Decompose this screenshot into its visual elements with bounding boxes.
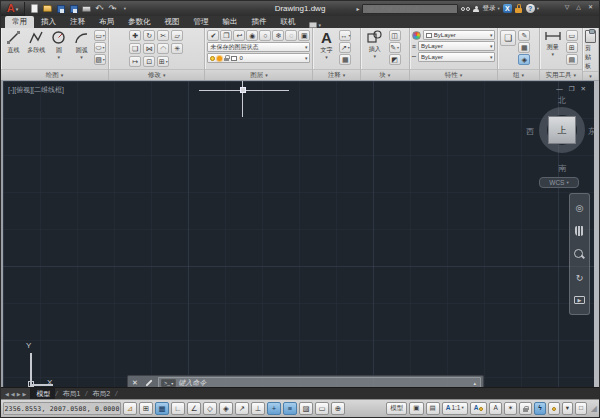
polyline-button[interactable]: 多段线 (26, 30, 47, 55)
stay-connected-lock-icon[interactable] (515, 4, 523, 13)
insert-block-button[interactable]: 插入 ▾ (363, 30, 387, 59)
toggle-selection-cycling[interactable]: ⊕ (331, 402, 345, 415)
create-block-tool[interactable]: ◫ (389, 30, 401, 41)
sign-in-link[interactable]: 登录 (482, 4, 495, 13)
modify-tool-copy[interactable]: ❏ (129, 43, 141, 54)
toggle-quick-properties[interactable]: ▭ (315, 402, 329, 415)
toggle-object-snap-tracking[interactable]: ↗ (235, 402, 249, 415)
pan-hand-icon[interactable] (575, 226, 584, 236)
modify-tool-erase[interactable]: ▱ (171, 30, 183, 41)
auto-annotation-scale-button[interactable]: A (489, 402, 501, 415)
open-button[interactable] (42, 3, 53, 14)
modify-tool-scale[interactable]: ⊡ (143, 56, 155, 67)
close-button[interactable]: ✕ (588, 3, 593, 10)
quick-view-drawings-button[interactable]: ▤ (426, 402, 440, 415)
toggle-polar-tracking[interactable]: ∠ (187, 402, 201, 415)
tab-annotate[interactable]: 注释 (63, 16, 92, 28)
toggle-ortho-mode[interactable]: ∟ (171, 402, 185, 415)
viewcube-top-face[interactable]: 上 (548, 116, 576, 144)
modify-tool-array[interactable]: ⊞▾ (157, 56, 169, 67)
toggle-show-transparency[interactable]: ▨ (299, 402, 313, 415)
last-tab-button[interactable]: ▶ (23, 391, 27, 397)
toggle-dynamic-ucs[interactable]: ⊥ (251, 402, 265, 415)
table-tool[interactable]: ▦ (339, 54, 351, 65)
panel-label-clipboard[interactable]: ▾ (583, 71, 598, 80)
layer-tool-off[interactable]: ◌ (285, 30, 297, 41)
modify-tool-rotate[interactable]: ↻ (143, 30, 155, 41)
group-edit-tool[interactable]: ✎ (518, 30, 530, 41)
toggle-show-lineweight[interactable]: ≡ (283, 402, 297, 415)
toggle-dynamic-input[interactable]: + (267, 402, 281, 415)
annotation-scale-button[interactable]: A 1:1 ▾ (442, 402, 468, 415)
quick-select-tool[interactable]: ▭ (566, 30, 578, 41)
panel-label-annotation[interactable]: 注释▾ (313, 69, 359, 80)
wcs-dropdown[interactable]: WCS ▾ (539, 177, 579, 188)
modify-tool-fillet[interactable]: ◠ (157, 43, 169, 54)
steering-wheel-icon[interactable]: ◎ (576, 204, 584, 213)
viewcube-west[interactable]: 西 (526, 126, 534, 137)
performance-tuner-button[interactable]: ϟ (534, 402, 545, 415)
first-tab-button[interactable]: ◀ (5, 391, 9, 397)
clean-screen-button[interactable]: □ (575, 402, 587, 415)
workspace-switching-button[interactable]: ✶ (504, 402, 517, 415)
tab-model[interactable]: 模型 (31, 388, 55, 399)
command-customize-wrench-icon[interactable] (145, 379, 152, 386)
tab-online[interactable]: 联机 (274, 16, 303, 28)
redo-button[interactable]: ↷▾ (107, 3, 118, 14)
panel-label-modify[interactable]: 修改▾ (109, 69, 204, 80)
model-space-button[interactable]: 模型 (386, 402, 407, 415)
modify-tool-mirror[interactable]: ⋈ (143, 43, 155, 54)
application-menu-button[interactable]: A ▾ (1, 2, 25, 16)
viewcube-north[interactable]: 北 (558, 95, 566, 106)
group-button[interactable]: ❏ (500, 30, 516, 46)
circle-button[interactable]: 圆 ▾ (49, 30, 70, 60)
command-prompt-icon[interactable]: >_▾ (161, 379, 176, 387)
orbit-icon[interactable]: ↻ (576, 274, 584, 283)
command-line[interactable]: ✕ >_▾ 键入命令 ▴ (127, 375, 484, 387)
toggle-grid-display[interactable]: ▦ (155, 402, 169, 415)
minimize-button[interactable]: ▽ (565, 3, 570, 10)
block-editor-tool[interactable]: ◩ (389, 54, 401, 65)
command-collapse-icon[interactable]: ▴ (473, 380, 476, 386)
viewport-controls[interactable]: [-][俯视][二维线框] (8, 85, 64, 95)
dimension-tool[interactable]: ↔▾ (339, 30, 351, 41)
isolate-objects-button[interactable] (548, 402, 560, 415)
leader-tool[interactable]: ↗▾ (339, 42, 351, 53)
layer-tool-set-current[interactable]: ✔ (207, 30, 219, 41)
panel-label-groups[interactable]: 组▾ (498, 69, 538, 80)
search-binoculars-icon[interactable] (461, 7, 470, 11)
lineweight-dropdown[interactable]: ByLayer ▾ (418, 41, 495, 51)
modify-tool-trim[interactable]: ✂ (157, 30, 169, 41)
modify-tool-move[interactable]: ✚ (129, 30, 141, 41)
search-input[interactable] (362, 4, 458, 14)
layer-tool-isolate[interactable]: ◉ (246, 30, 258, 41)
exchange-apps-button[interactable]: X (503, 4, 512, 13)
panel-label-utilities[interactable]: 实用工具▾ (540, 69, 582, 80)
measure-button[interactable]: 测量 ▾ (542, 30, 564, 57)
viewcube-south[interactable]: 南 (558, 163, 566, 174)
layer-tool-match[interactable]: ❐ (220, 30, 232, 41)
tab-parametric[interactable]: 参数化 (121, 16, 158, 28)
panel-label-layers[interactable]: 图层▾ (205, 69, 312, 80)
drawing-minimize-button[interactable]: — (556, 85, 563, 93)
layer-state-dropdown[interactable]: 未保存的图层状态 ▾ (207, 42, 310, 52)
next-tab-button[interactable]: ▶ (17, 391, 21, 397)
qat-customize-button[interactable]: ▾ (120, 3, 131, 14)
tab-layout2[interactable]: 布局2 (87, 389, 115, 399)
command-input-field[interactable]: >_▾ 键入命令 ▴ (158, 377, 481, 387)
modify-tool-explode[interactable]: ✳ (171, 43, 183, 54)
help-button[interactable]: ? (526, 4, 535, 13)
object-color-dropdown[interactable]: ByLayer ▾ (423, 30, 496, 40)
tab-insert[interactable]: 插入 (34, 16, 63, 28)
toggle-infer-constraints[interactable]: ⊿ (123, 402, 137, 415)
quick-view-layouts-button[interactable]: ▣ (409, 402, 423, 415)
toggle-object-snap[interactable]: ◇ (203, 402, 217, 415)
group-selection-toggle[interactable]: ◈ (518, 54, 530, 65)
linetype-dropdown[interactable]: ByLayer ▾ (418, 52, 495, 62)
layer-tool-previous[interactable]: ↩ (233, 30, 245, 41)
ellipse-tool[interactable]: ⬭▾ (94, 42, 106, 53)
save-button[interactable] (55, 3, 66, 14)
tab-view[interactable]: 视图 (158, 16, 187, 28)
infocenter-expand-icon[interactable]: ▸ (356, 5, 359, 12)
zoom-magnifier-icon[interactable] (574, 249, 585, 260)
